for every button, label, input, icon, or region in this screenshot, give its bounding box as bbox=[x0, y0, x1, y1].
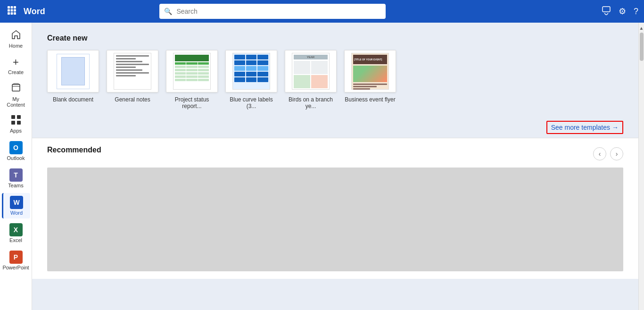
template-thumb-notes bbox=[107, 50, 158, 92]
sidebar-item-powerpoint[interactable]: P PowerPoint bbox=[2, 248, 30, 273]
scrollbar-thumb[interactable] bbox=[640, 33, 644, 61]
svg-rect-12 bbox=[17, 115, 21, 119]
template-project[interactable]: Project status report... bbox=[166, 50, 218, 109]
sidebar-item-word[interactable]: W Word bbox=[2, 193, 30, 218]
settings-icon[interactable]: ⚙ bbox=[619, 6, 626, 17]
recommended-prev-button[interactable]: ‹ bbox=[593, 147, 606, 160]
template-birds[interactable]: YEAR Birds on a branch ye... bbox=[285, 50, 337, 109]
svg-rect-5 bbox=[14, 9, 16, 11]
recommended-nav: ‹ › bbox=[593, 147, 623, 160]
recommended-title: Recommended bbox=[47, 146, 101, 154]
sidebar-label-powerpoint: PowerPoint bbox=[2, 265, 29, 270]
template-flyer[interactable]: [TITLE OF YOUR EVENT] Business event fly… bbox=[344, 50, 396, 103]
sidebar-item-excel[interactable]: X Excel bbox=[2, 220, 30, 246]
template-label-project: Project status report... bbox=[166, 96, 218, 109]
label-row-5 bbox=[234, 77, 268, 82]
blank-doc-visual bbox=[57, 54, 90, 89]
project-row-1 bbox=[175, 62, 209, 65]
template-label-flyer: Business event flyer bbox=[345, 96, 395, 103]
svg-rect-14 bbox=[17, 121, 21, 125]
flyer-image-area bbox=[353, 66, 387, 82]
create-new-section: Create new Blank document bbox=[32, 23, 638, 117]
sidebar-label-home: Home bbox=[9, 43, 23, 49]
label-row-3 bbox=[234, 66, 268, 71]
svg-rect-6 bbox=[8, 12, 10, 15]
help-icon[interactable]: ? bbox=[634, 7, 638, 17]
prev-arrow-icon: ‹ bbox=[599, 150, 601, 158]
app-name: Word bbox=[24, 7, 45, 17]
sidebar-item-apps[interactable]: Apps bbox=[2, 112, 30, 136]
notes-line-4 bbox=[116, 64, 149, 65]
see-more-label: See more templates bbox=[551, 124, 610, 131]
notes-line-3 bbox=[116, 61, 142, 62]
recommended-next-button[interactable]: › bbox=[610, 147, 623, 160]
notes-line-2 bbox=[116, 58, 136, 59]
template-labels[interactable]: Blue curve labels (3... bbox=[225, 50, 277, 109]
project-row-2 bbox=[175, 66, 209, 68]
project-row-3 bbox=[175, 69, 209, 71]
label-row-4 bbox=[234, 72, 268, 76]
sidebar-item-teams[interactable]: T Teams bbox=[2, 166, 30, 191]
flyer-title-area: [TITLE OF YOUR EVENT] bbox=[353, 55, 387, 64]
mycontent-icon bbox=[11, 83, 21, 95]
search-icon: 🔍 bbox=[164, 8, 172, 15]
recommended-section: Recommended ‹ › bbox=[32, 138, 638, 279]
svg-rect-4 bbox=[11, 9, 13, 11]
flyer-text-3 bbox=[353, 88, 370, 90]
search-input[interactable] bbox=[159, 4, 386, 19]
svg-rect-1 bbox=[11, 6, 13, 8]
template-notes[interactable]: General notes bbox=[107, 50, 158, 103]
sidebar-label-word: Word bbox=[10, 210, 23, 216]
see-more-row: See more templates → bbox=[32, 117, 638, 138]
sidebar-label-excel: Excel bbox=[9, 237, 22, 243]
svg-rect-2 bbox=[14, 6, 16, 8]
grid-icon[interactable] bbox=[6, 4, 18, 19]
create-icon: + bbox=[13, 56, 19, 68]
main-layout: Home + Create My Content Apps O Outlook … bbox=[0, 23, 644, 310]
see-more-templates-button[interactable]: See more templates → bbox=[546, 121, 623, 134]
svg-rect-11 bbox=[11, 115, 15, 119]
svg-rect-7 bbox=[11, 12, 13, 15]
sidebar-item-create[interactable]: + Create bbox=[2, 53, 30, 78]
svg-rect-8 bbox=[14, 12, 16, 15]
template-label-blank: Blank document bbox=[53, 96, 93, 103]
sidebar-item-mycontent[interactable]: My Content bbox=[2, 80, 30, 110]
template-thumb-blank bbox=[47, 50, 99, 92]
sidebar-item-outlook[interactable]: O Outlook bbox=[2, 138, 30, 164]
notes-doc-visual bbox=[114, 53, 151, 90]
label-row-2 bbox=[234, 60, 268, 65]
svg-rect-3 bbox=[8, 9, 10, 11]
notes-line-1 bbox=[116, 55, 149, 57]
apps-icon bbox=[11, 115, 21, 127]
excel-icon: X bbox=[9, 223, 23, 236]
template-thumb-flyer: [TITLE OF YOUR EVENT] bbox=[344, 50, 396, 92]
recommended-content-area bbox=[47, 168, 623, 271]
template-label-notes: General notes bbox=[115, 96, 150, 103]
scrollbar[interactable]: ▲ bbox=[638, 23, 644, 310]
project-doc-visual bbox=[173, 53, 211, 90]
create-new-title: Create new bbox=[47, 34, 623, 42]
flyer-title-text: [TITLE OF YOUR EVENT] bbox=[354, 58, 382, 61]
svg-rect-10 bbox=[12, 84, 20, 91]
sidebar-label-apps: Apps bbox=[10, 128, 22, 134]
labels-doc-visual bbox=[232, 53, 270, 90]
content-area: Create new Blank document bbox=[32, 23, 638, 310]
topbar-right-icons: ⚙ ? bbox=[602, 6, 638, 17]
template-blank[interactable]: Blank document bbox=[47, 50, 99, 103]
recommended-header: Recommended ‹ › bbox=[47, 146, 623, 162]
project-row-4 bbox=[175, 72, 209, 75]
label-row-1 bbox=[234, 55, 268, 59]
templates-row: Blank document bbox=[47, 50, 623, 109]
svg-rect-9 bbox=[603, 7, 610, 12]
word-icon: W bbox=[10, 196, 23, 209]
birds-grid bbox=[294, 61, 328, 88]
feedback-icon[interactable] bbox=[602, 6, 611, 17]
topbar: Word 🔍 ⚙ ? bbox=[0, 0, 644, 23]
sidebar-label-teams: Teams bbox=[8, 183, 23, 188]
search-bar: 🔍 bbox=[159, 4, 386, 19]
template-thumb-birds: YEAR bbox=[285, 50, 337, 92]
teams-icon: T bbox=[9, 168, 23, 182]
sidebar-item-home[interactable]: Home bbox=[2, 26, 30, 51]
birds-top-area: YEAR bbox=[294, 55, 328, 59]
template-label-birds: Birds on a branch ye... bbox=[285, 96, 337, 109]
